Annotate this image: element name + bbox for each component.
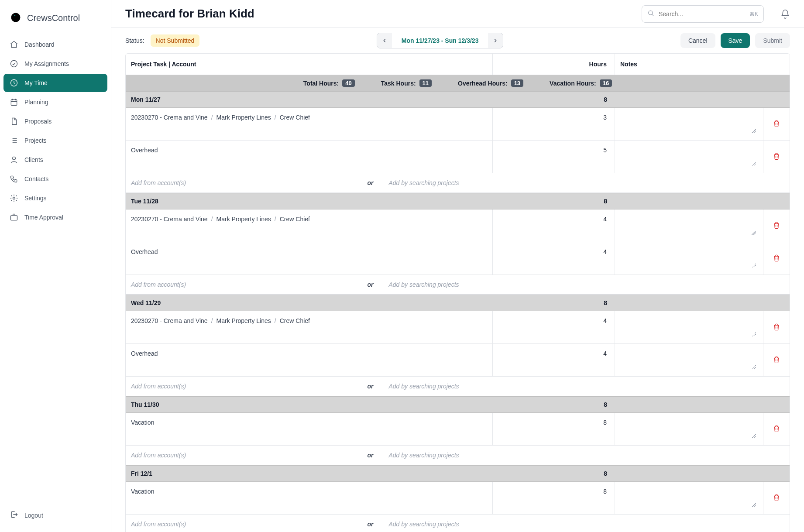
search-input-wrap[interactable]: ⌘K: [642, 5, 764, 23]
entry-notes[interactable]: [620, 419, 758, 439]
sidebar-item-label: Dashboard: [24, 41, 55, 48]
add-or-label: or: [357, 515, 384, 532]
day-total: 8: [493, 193, 615, 209]
time-entry: 20230270 - Crema and Vine/Mark Property …: [126, 311, 790, 344]
briefcase-icon: [10, 213, 18, 222]
entry-hours[interactable]: 4: [493, 242, 615, 275]
day-header: Fri 12/1 8: [126, 465, 790, 482]
main: Timecard for Brian Kidd ⌘K Status: Not S…: [111, 0, 804, 532]
entry-task[interactable]: 20230270 - Crema and Vine/Mark Property …: [131, 216, 310, 223]
sidebar-item-projects[interactable]: Projects: [3, 131, 107, 150]
entry-notes[interactable]: [620, 488, 758, 508]
sidebar-item-assignments[interactable]: My Assignments: [3, 55, 107, 73]
entry-hours[interactable]: 8: [493, 482, 615, 514]
entry-hours[interactable]: 4: [493, 311, 615, 343]
time-entry: Vacation 8: [126, 413, 790, 446]
calendar-icon: [10, 98, 18, 106]
delete-entry-button[interactable]: [773, 152, 780, 161]
logout-button[interactable]: Logout: [3, 505, 107, 525]
add-from-accounts[interactable]: Add from account(s): [126, 173, 357, 192]
save-button[interactable]: Save: [721, 33, 750, 48]
entry-notes[interactable]: [620, 317, 758, 337]
entry-task[interactable]: 20230270 - Crema and Vine/Mark Property …: [131, 114, 310, 121]
delete-entry-button[interactable]: [773, 425, 780, 434]
delete-entry-button[interactable]: [773, 254, 780, 263]
sidebar-item-clients[interactable]: Clients: [3, 151, 107, 169]
status-badge: Not Submitted: [151, 34, 200, 47]
add-from-accounts[interactable]: Add from account(s): [126, 515, 357, 532]
day-header: Tue 11/28 8: [126, 193, 790, 209]
add-by-projects[interactable]: Add by searching projects: [384, 446, 615, 465]
delete-entry-button[interactable]: [773, 221, 780, 230]
sidebar-item-proposals[interactable]: Proposals: [3, 112, 107, 130]
phone-icon: [10, 175, 18, 183]
add-by-projects[interactable]: Add by searching projects: [384, 377, 615, 396]
sidebar-item-label: Contacts: [24, 175, 48, 182]
entry-notes[interactable]: [620, 114, 758, 134]
entry-label[interactable]: Overhead: [131, 147, 158, 154]
week-range[interactable]: Mon 11/27/23 - Sun 12/3/23: [392, 33, 488, 48]
sidebar-item-label: Settings: [24, 195, 47, 202]
prev-week-button[interactable]: [377, 33, 392, 48]
entry-hours[interactable]: 3: [493, 108, 615, 140]
next-week-button[interactable]: [488, 33, 503, 48]
sidebar-item-dashboard[interactable]: Dashboard: [3, 35, 107, 54]
entry-hours[interactable]: 4: [493, 344, 615, 376]
entry-label[interactable]: Vacation: [131, 419, 154, 426]
entry-hours[interactable]: 4: [493, 209, 615, 242]
timecard-grid-wrap[interactable]: Project Task | Account Hours Notes Total…: [111, 53, 804, 532]
day-label: Mon 11/27: [126, 92, 493, 107]
logout-label: Logout: [24, 512, 43, 519]
day-label: Fri 12/1: [126, 466, 493, 481]
sidebar-item-label: My Assignments: [24, 60, 69, 67]
overhead-hours: Overhead Hours: 13: [458, 79, 523, 87]
entry-notes[interactable]: [620, 248, 758, 268]
entry-hours[interactable]: 8: [493, 413, 615, 445]
delete-entry-button[interactable]: [773, 494, 780, 503]
delete-entry-button[interactable]: [773, 323, 780, 332]
day-total: 8: [493, 295, 615, 311]
user-icon: [10, 155, 18, 164]
delete-entry-button[interactable]: [773, 120, 780, 129]
search-input[interactable]: [658, 10, 746, 18]
day-label: Tue 11/28: [126, 193, 493, 209]
day-total: 8: [493, 397, 615, 412]
entry-notes[interactable]: [620, 147, 758, 167]
sidebar-item-planning[interactable]: Planning: [3, 93, 107, 111]
add-by-projects[interactable]: Add by searching projects: [384, 275, 615, 294]
sidebar-item-timeapproval[interactable]: Time Approval: [3, 208, 107, 227]
entry-label[interactable]: Vacation: [131, 488, 154, 495]
add-from-accounts[interactable]: Add from account(s): [126, 377, 357, 396]
entry-notes[interactable]: [620, 216, 758, 236]
sidebar-item-contacts[interactable]: Contacts: [3, 170, 107, 188]
delete-entry-button[interactable]: [773, 356, 780, 365]
entry-task[interactable]: 20230270 - Crema and Vine/Mark Property …: [131, 317, 310, 324]
week-nav: Mon 11/27/23 - Sun 12/3/23: [377, 33, 504, 48]
search-icon: [647, 10, 654, 18]
timecard-grid: Project Task | Account Hours Notes Total…: [125, 53, 790, 532]
controls-bar: Status: Not Submitted Mon 11/27/23 - Sun…: [111, 28, 804, 53]
sidebar-item-settings[interactable]: Settings: [3, 189, 107, 207]
file-icon: [10, 117, 18, 126]
add-by-projects[interactable]: Add by searching projects: [384, 173, 615, 192]
add-entry-row: Add from account(s) or Add by searching …: [126, 275, 790, 295]
add-from-accounts[interactable]: Add from account(s): [126, 275, 357, 294]
brand[interactable]: CrewsControl: [3, 7, 107, 35]
entry-label[interactable]: Overhead: [131, 248, 158, 255]
sidebar-item-label: Time Approval: [24, 214, 63, 221]
time-entry: 20230270 - Crema and Vine/Mark Property …: [126, 209, 790, 242]
search-kbd: ⌘K: [749, 11, 758, 17]
entry-notes[interactable]: [620, 350, 758, 370]
sidebar-item-mytime[interactable]: My Time: [3, 74, 107, 92]
entry-hours[interactable]: 5: [493, 141, 615, 173]
add-from-accounts[interactable]: Add from account(s): [126, 446, 357, 465]
notifications-button[interactable]: [780, 9, 790, 19]
entry-label[interactable]: Overhead: [131, 350, 158, 357]
nav: Dashboard My Assignments My Time Plannin…: [3, 35, 107, 227]
col-header-task: Project Task | Account: [126, 54, 493, 75]
cancel-button[interactable]: Cancel: [680, 33, 715, 48]
time-entry: Overhead 5: [126, 141, 790, 173]
add-entry-row: Add from account(s) or Add by searching …: [126, 377, 790, 396]
submit-button[interactable]: Submit: [755, 33, 790, 48]
add-by-projects[interactable]: Add by searching projects: [384, 515, 615, 532]
